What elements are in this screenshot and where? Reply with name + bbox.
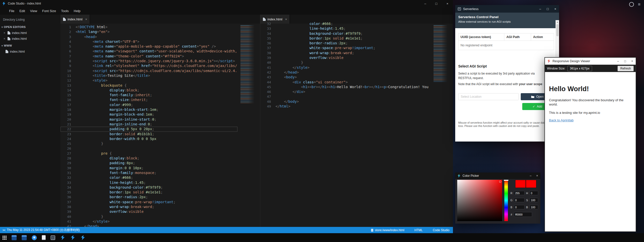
code-line-41[interactable]: 41 </style> — [60, 219, 237, 224]
menu-view[interactable]: View — [27, 9, 40, 13]
code-line-48[interactable]: 48 </body> — [260, 99, 431, 104]
code-line-17[interactable]: 17 color:#999; — [60, 102, 237, 107]
close-icon[interactable]: × — [4, 31, 6, 35]
code-line-43[interactable]: 43 <body> — [260, 75, 431, 80]
status-language[interactable]: HTML — [414, 228, 423, 232]
select-location-input[interactable] — [458, 93, 519, 100]
s-input[interactable] — [530, 198, 538, 202]
menu-edit[interactable]: Edit — [17, 9, 27, 13]
code-studio-app-icon-2[interactable] — [70, 235, 75, 240]
code-area[interactable]: 1<!DOCTYPE html>2<html lang="en">3 <head… — [60, 24, 260, 227]
code-line-7[interactable]: 7 <meta name="theme-color" content="#ff9… — [60, 54, 237, 59]
code-line-35[interactable]: 35 border:1px solid #e1e1e1; — [60, 190, 237, 195]
menu-help[interactable]: Help — [71, 9, 83, 13]
code-line-44[interactable]: 44 <div class="ui container"> — [260, 80, 431, 85]
minimize-button[interactable]: – — [615, 58, 622, 64]
hex-input[interactable] — [514, 212, 532, 217]
code-line-9[interactable]: 9 <link rel="stylesheet" href="https://c… — [60, 63, 237, 68]
code-line-47[interactable]: 47 — [260, 94, 431, 99]
h-input[interactable] — [530, 191, 538, 195]
code-area[interactable]: 32 color:#666;33 line-height:1.45;34 bac… — [260, 24, 453, 227]
code-line-1[interactable]: 1<!DOCTYPE html> — [60, 25, 237, 29]
minimize-button[interactable]: – — [536, 5, 544, 13]
code-line-37[interactable]: 37 white-space:pre-wrap!important; — [260, 46, 431, 50]
code-line-38[interactable]: 38 word-wrap:break-word; — [260, 51, 431, 55]
status-app-name[interactable]: Code Studio — [433, 228, 449, 232]
hue-marker[interactable] — [504, 180, 508, 181]
refresh-button[interactable]: Refresh — [618, 66, 634, 71]
code-line-5[interactable]: 5 <meta name="apple-mobile-web-app-capab… — [60, 44, 237, 49]
status-datetime[interactable]: Thu May 11 2023 21:54:48 GMT+0800 (台北標準時… — [3, 228, 80, 232]
code-studio-app-icon-3[interactable] — [80, 235, 85, 240]
app-circle-icon[interactable] — [32, 235, 37, 240]
rdv-titlebar[interactable]: Responsive Design Viewer – □ × — [545, 58, 636, 65]
code-line-21[interactable]: 21 margin-inline-end:0; — [60, 122, 237, 127]
code-line-38[interactable]: 38 word-wrap:break-word; — [60, 204, 237, 209]
start-menu-icon[interactable] — [3, 236, 7, 240]
window-size-value[interactable]: 361px x 627px — [567, 66, 592, 71]
g-input[interactable] — [514, 198, 525, 202]
code-line-41[interactable]: 41 </style> — [260, 65, 431, 70]
code-line-39[interactable]: 39 overflow:visible — [260, 55, 431, 60]
section-open-editors[interactable]: ▾ OPEN EDITORS — [0, 24, 60, 30]
close-icon[interactable]: × — [4, 37, 6, 41]
code-line-27[interactable]: 27 pre { — [60, 151, 237, 156]
code-line-31[interactable]: 31 font-family:monospace; — [60, 170, 237, 175]
code-line-18[interactable]: 18 margin-block-start:1em; — [60, 107, 237, 112]
circle-icon[interactable] — [629, 2, 634, 7]
close-icon[interactable]: × — [285, 17, 287, 21]
section-www[interactable]: ▾ WWW — [0, 43, 60, 49]
code-studio-app-icon-1[interactable] — [60, 235, 65, 240]
code-line-25[interactable]: 25 } — [60, 141, 237, 146]
code-line-20[interactable]: 20 margin-inline-start:0; — [60, 117, 237, 122]
code-line-28[interactable]: 28 display:block; — [60, 156, 237, 161]
menu-tools[interactable]: Tools — [58, 9, 71, 13]
code-line-39[interactable]: 39 overflow:visible — [60, 209, 237, 214]
code-line-22[interactable]: 22 padding:0 5px 0 20px; — [60, 127, 237, 131]
code-line-40[interactable]: 40 } — [60, 214, 237, 219]
close-button[interactable]: × — [629, 58, 636, 64]
code-line-36[interactable]: 36 border-radius:2px; — [60, 195, 237, 199]
code-line-19[interactable]: 19 margin-block-end:1em; — [60, 112, 237, 117]
code-line-6[interactable]: 6 <meta name="viewport" content="user-sc… — [60, 49, 237, 54]
tab-index-html[interactable]: index.html × — [60, 15, 90, 24]
code-line-49[interactable]: 49</html> — [260, 104, 431, 109]
brightness-input[interactable] — [530, 205, 538, 209]
code-line-2[interactable]: 2<html lang="en"> — [60, 29, 237, 34]
code-line-34[interactable]: 34 background-color:#f9f9f9; — [60, 185, 237, 190]
code-line-37[interactable]: 37 white-space:pre-wrap!important; — [60, 200, 237, 204]
code-line-23[interactable]: 23 border:solid #b1b1b1; — [60, 132, 237, 136]
code-line-15[interactable]: 15 font-family:inherit; — [60, 93, 237, 97]
code-line-12[interactable]: 12 <style> — [60, 78, 237, 83]
code-line-42[interactable]: 42 </head> — [60, 224, 237, 227]
close-button[interactable]: × — [551, 5, 559, 13]
code-line-3[interactable]: 3 <head> — [60, 34, 237, 39]
code-line-45[interactable]: 45 <h1><br></h1><h1>Hello World!<br></h1… — [260, 85, 431, 89]
code-line-33[interactable]: 33 line-height:1.45; — [60, 180, 237, 185]
code-line-32[interactable]: 32 color:#666; — [60, 175, 237, 180]
maximize-button[interactable]: □ — [544, 5, 551, 13]
code-line-10[interactable]: 10 <script src="https://cdnjs.cloudflare… — [60, 68, 237, 73]
hamburger-menu-icon[interactable]: ≡ — [638, 3, 640, 6]
serverless-titlebar[interactable]: Serverless – □ × — [455, 5, 559, 13]
r-input[interactable] — [514, 191, 525, 195]
code-line-13[interactable]: 13 blockquote { — [60, 83, 237, 88]
tree-item-index-html[interactable]: index.html — [0, 49, 60, 54]
sv-marker[interactable] — [499, 181, 501, 183]
code-line-29[interactable]: 29 padding:8px; — [60, 161, 237, 165]
maximize-button[interactable]: □ — [622, 58, 629, 64]
code-line-34[interactable]: 34 background-color:#f9f9f9; — [260, 31, 431, 36]
code-line-16[interactable]: 16 font-size:inherit; — [60, 97, 237, 102]
scroll-up-icon[interactable]: ▲ — [556, 20, 559, 23]
code-line-14[interactable]: 14 display:block; — [60, 88, 237, 93]
hue-slider[interactable] — [504, 180, 508, 221]
minimap[interactable] — [240, 25, 256, 225]
menu-font-size[interactable]: Font Size — [40, 9, 58, 13]
code-line-4[interactable]: 4 <meta charset="UTF-8"> — [60, 39, 237, 44]
minimap[interactable] — [433, 25, 449, 225]
code-line-40[interactable]: 40 } — [260, 60, 431, 65]
maximize-button[interactable]: □ — [431, 0, 442, 7]
previous-color-swatch[interactable] — [526, 180, 536, 188]
close-icon[interactable]: × — [85, 17, 87, 21]
code-line-24[interactable]: 24 border-width:0 0 0 5px — [60, 136, 237, 141]
